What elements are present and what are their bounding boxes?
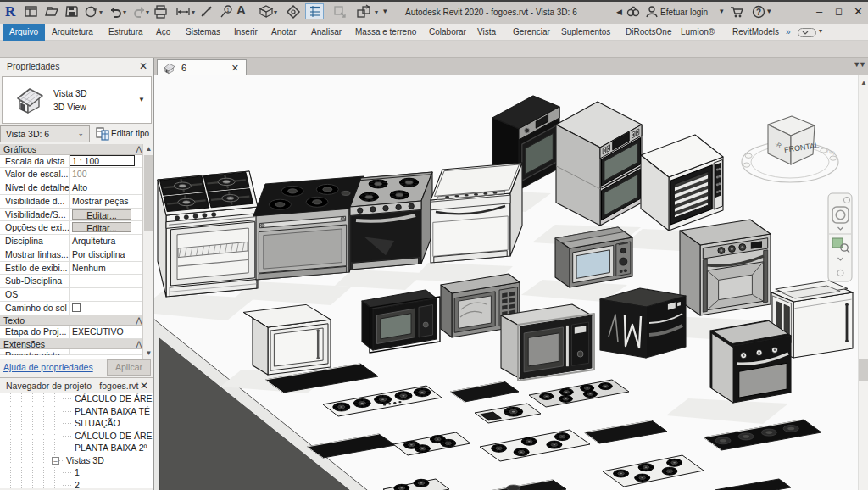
svg-text:?: ? xyxy=(756,8,761,17)
svg-text:1: 1 xyxy=(226,8,230,13)
